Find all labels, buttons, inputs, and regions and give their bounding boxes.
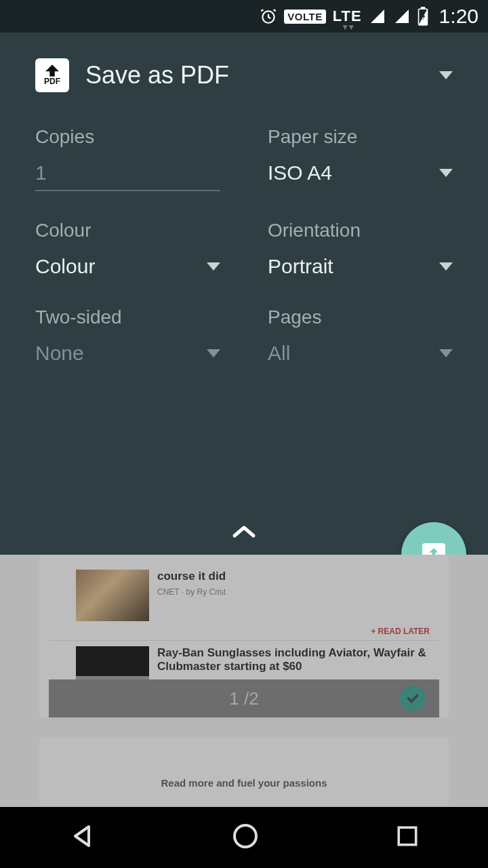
- orientation-selector[interactable]: Portrait: [268, 255, 453, 278]
- svg-rect-2: [420, 7, 424, 9]
- option-value: ISO A4: [268, 161, 332, 184]
- recents-icon: [394, 823, 421, 850]
- article-title: course it did: [157, 570, 430, 583]
- option-two-sided: Two-sided None: [35, 307, 220, 365]
- preview-page[interactable]: Read more and fuel your passions: [39, 738, 449, 806]
- clock-text: 1:20: [439, 5, 479, 28]
- option-value: None: [35, 342, 84, 365]
- home-icon: [230, 821, 260, 851]
- pdf-icon: PDF: [35, 58, 69, 92]
- svg-rect-4: [399, 827, 416, 844]
- option-colour: Colour Colour: [35, 220, 220, 278]
- colour-selector[interactable]: Colour: [35, 255, 220, 278]
- option-value: All: [268, 342, 290, 365]
- option-value: Colour: [35, 255, 95, 278]
- option-label: Colour: [35, 220, 220, 241]
- option-paper-size: Paper size ISO A4: [268, 126, 453, 191]
- page-indicator-bar: 1 /2: [49, 679, 439, 717]
- chevron-down-icon: [207, 349, 220, 357]
- option-copies: Copies 1: [35, 126, 220, 191]
- option-label: Two-sided: [35, 307, 220, 328]
- option-orientation: Orientation Portrait: [268, 220, 453, 278]
- article-thumbnail: [76, 570, 149, 621]
- chevron-down-icon: [439, 262, 453, 271]
- volte-badge: VOLTE: [284, 9, 325, 24]
- print-preview-area[interactable]: course it did CNET · by Ry Crist + READ …: [0, 555, 488, 807]
- option-label: Pages: [268, 307, 453, 328]
- option-label: Orientation: [268, 220, 453, 241]
- chevron-up-icon: [230, 524, 258, 540]
- article-item: course it did CNET · by Ry Crist + READ …: [49, 564, 439, 641]
- destination-selector[interactable]: PDF Save as PDF: [35, 58, 453, 92]
- chevron-down-icon: [207, 262, 220, 271]
- home-button[interactable]: [230, 821, 260, 854]
- system-nav-bar: [0, 807, 488, 868]
- two-sided-selector[interactable]: None: [35, 342, 220, 365]
- article-meta: CNET · by Ry Crist: [157, 587, 430, 597]
- chevron-down-icon: [439, 169, 453, 177]
- option-label: Copies: [35, 126, 220, 148]
- recents-button[interactable]: [394, 823, 421, 852]
- preview-page[interactable]: course it did CNET · by Ry Crist + READ …: [39, 555, 449, 717]
- page-selected-badge[interactable]: [400, 686, 426, 711]
- print-settings-panel: PDF Save as PDF Copies 1 Paper size ISO …: [0, 33, 488, 555]
- option-label: Paper size: [268, 126, 453, 148]
- paper-size-selector[interactable]: ISO A4: [268, 161, 453, 184]
- alarm-icon: [260, 7, 277, 25]
- footer-teaser-text: Read more and fuel your passions: [49, 747, 439, 789]
- pages-selector[interactable]: All: [268, 342, 453, 365]
- status-bar: VOLTE LTE ▼▼ 1:20: [0, 0, 488, 33]
- back-button[interactable]: [67, 821, 97, 854]
- signal-icon: [369, 8, 386, 24]
- collapse-handle[interactable]: [230, 524, 258, 542]
- data-arrows-icon: ▼▼: [341, 22, 353, 32]
- option-value: Portrait: [268, 255, 333, 278]
- battery-charging-icon: [418, 7, 428, 26]
- chevron-down-icon: [439, 349, 453, 357]
- svg-point-3: [235, 825, 256, 847]
- page-indicator-text: 1 /2: [229, 688, 258, 709]
- article-title: Ray-Ban Sunglasses including Aviator, Wa…: [157, 646, 430, 674]
- check-icon: [405, 691, 420, 706]
- lte-indicator: LTE ▼▼: [333, 7, 362, 25]
- back-icon: [67, 821, 97, 851]
- signal-icon: [393, 8, 411, 24]
- read-later-link: + READ LATER: [371, 627, 430, 636]
- destination-label: Save as PDF: [85, 61, 423, 90]
- option-pages: Pages All: [268, 307, 453, 365]
- copies-input[interactable]: 1: [35, 161, 220, 191]
- chevron-down-icon: [439, 71, 453, 79]
